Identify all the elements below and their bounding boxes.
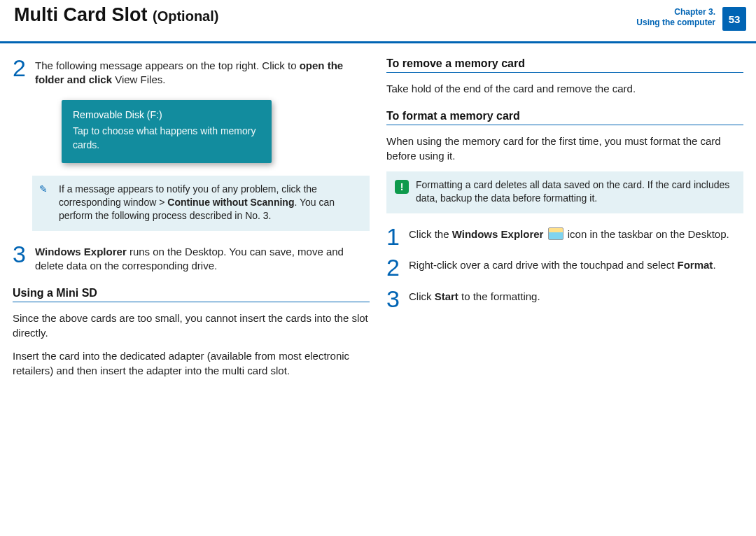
- popup-body: Tap to choose what happens with memory c…: [73, 125, 260, 152]
- pen-icon: ✎: [39, 183, 48, 195]
- step-number: 3: [13, 244, 28, 274]
- step-number: 3: [386, 288, 402, 310]
- page-header: Multi Card Slot (Optional) Chapter 3. Us…: [0, 0, 756, 43]
- warning-text: Formatting a card deletes all data saved…: [416, 178, 734, 205]
- page-title: Multi Card Slot (Optional): [14, 4, 218, 26]
- format-card-text: When using the memory card for the first…: [386, 134, 743, 163]
- format-step-1: 1 Click the Windows Explorer icon in the…: [386, 226, 743, 248]
- step-number: 1: [386, 226, 402, 248]
- note-text: If a message appears to notify you of an…: [59, 183, 360, 223]
- removable-disk-popup: Removable Disk (F:) Tap to choose what h…: [62, 100, 272, 164]
- format-step-3: 3 Click Start to the formatting.: [386, 288, 743, 310]
- heading-mini-sd: Using a Mini SD: [13, 287, 370, 302]
- chapter-line2: Using the computer: [636, 17, 715, 28]
- chapter-line1: Chapter 3.: [636, 7, 715, 17]
- windows-explorer-icon: [548, 227, 564, 240]
- chapter-info: Chapter 3. Using the computer: [636, 7, 715, 28]
- note-box: ✎ If a message appears to notify you of …: [32, 176, 370, 231]
- title-optional: (Optional): [153, 8, 218, 24]
- step-text: Right-click over a card drive with the t…: [409, 257, 716, 278]
- page-body: 2 The following message appears on the t…: [0, 43, 756, 386]
- heading-format-card: To format a memory card: [386, 110, 743, 125]
- step-3: 3 Windows Explorer runs on the Desktop. …: [13, 244, 370, 274]
- format-step-2: 2 Right-click over a card drive with the…: [386, 257, 743, 278]
- mini-sd-p1: Since the above cards are too small, you…: [13, 311, 370, 340]
- heading-remove-card: To remove a memory card: [386, 57, 743, 73]
- step-text: The following message appears on the top…: [35, 57, 370, 87]
- step-number: 2: [386, 257, 402, 278]
- left-column: 2 The following message appears on the t…: [13, 57, 370, 386]
- warning-box: ! Formatting a card deletes all data sav…: [386, 171, 743, 213]
- step-number: 2: [13, 57, 28, 87]
- step-text: Click the Windows Explorer icon in the t…: [409, 226, 729, 248]
- step-2: 2 The following message appears on the t…: [13, 57, 370, 87]
- page-number: 53: [722, 7, 746, 31]
- mini-sd-p2: Insert the card into the dedicated adapt…: [13, 348, 370, 378]
- step-text: Windows Explorer runs on the Desktop. Yo…: [35, 244, 370, 274]
- step-text: Click Start to the formatting.: [409, 288, 540, 310]
- warning-icon: !: [395, 180, 409, 194]
- note-icon: ✎: [39, 183, 52, 223]
- popup-title: Removable Disk (F:): [73, 108, 260, 122]
- right-column: To remove a memory card Take hold of the…: [386, 57, 743, 386]
- title-main: Multi Card Slot: [14, 4, 148, 25]
- remove-card-text: Take hold of the end of the card and rem…: [386, 81, 743, 96]
